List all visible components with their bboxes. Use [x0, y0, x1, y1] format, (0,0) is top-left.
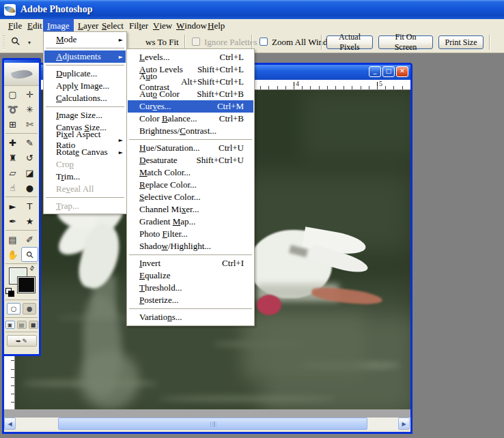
- options-separator: [251, 35, 253, 50]
- menu-item-posterize[interactable]: Posterize...: [128, 294, 253, 306]
- menu-item-apply-image[interactable]: Apply Image...: [44, 80, 126, 92]
- magic-wand-tool[interactable]: ✳: [21, 102, 38, 117]
- zoom-all-windows-checkbox[interactable]: [260, 38, 268, 46]
- crop-tool[interactable]: ⊞: [4, 117, 21, 132]
- eyedropper-tool[interactable]: ✐: [21, 232, 38, 247]
- fullscreen-mode-button[interactable]: ■: [29, 321, 38, 329]
- menu-item-image-size[interactable]: Image Size...: [44, 109, 126, 121]
- menu-item-photo-filter[interactable]: Photo Filter...: [128, 228, 253, 240]
- menu-item-threshold[interactable]: Threshold...: [128, 282, 253, 294]
- menu-item-color-balance[interactable]: Color Balance...Ctrl+B: [128, 113, 253, 125]
- lasso-tool[interactable]: ➰: [4, 102, 21, 117]
- brush-tool[interactable]: ✎: [21, 135, 38, 150]
- smudge-tool[interactable]: ☝: [4, 180, 21, 195]
- fullscreen-menubar-mode-button[interactable]: ▤: [17, 321, 27, 329]
- menu-item-desaturate[interactable]: DesaturateShift+Ctrl+U: [128, 154, 253, 166]
- menu-item-auto-color[interactable]: Auto ColorShift+Ctrl+B: [128, 88, 253, 100]
- menu-item-duplicate[interactable]: Duplicate...: [44, 68, 126, 80]
- hand-tool[interactable]: ✋: [4, 247, 21, 262]
- menu-item-label: Trim...: [56, 171, 80, 182]
- menu-item-crop[interactable]: Crop: [44, 158, 126, 171]
- menu-item-hue-saturation[interactable]: Hue/Saturation...Ctrl+U: [128, 142, 253, 154]
- menu-item-shortcut: Ctrl+L: [213, 52, 244, 63]
- custom-shape-tool[interactable]: ★: [21, 214, 38, 229]
- rectangular-marquee-tool[interactable]: ▢: [4, 87, 21, 102]
- options-bar-grip[interactable]: [3, 35, 5, 50]
- menu-item-label: Threshold...: [139, 282, 182, 293]
- move-tool[interactable]: ✛: [21, 87, 38, 102]
- menu-item-shadow-highlight[interactable]: Shadow/Highlight...: [128, 240, 253, 252]
- maximize-icon[interactable]: □: [382, 66, 395, 77]
- resize-windows-to-fit-label[interactable]: ws To Fit: [145, 37, 179, 48]
- menubar-item-image[interactable]: Image: [43, 19, 74, 32]
- minimize-icon[interactable]: _: [369, 66, 381, 77]
- menu-item-selective-color[interactable]: Selective Color...: [128, 191, 253, 203]
- dodge-tool[interactable]: ●: [21, 180, 38, 195]
- quick-mask-mode-button[interactable]: ●: [23, 303, 36, 315]
- menu-item-label: Gradient Map...: [139, 216, 195, 227]
- menu-separator: [46, 106, 124, 107]
- toolbox-divider: [5, 133, 38, 134]
- menu-item-equalize[interactable]: Equalize: [128, 269, 253, 282]
- menu-item-label: Invert: [139, 258, 160, 269]
- menu-item-pixel-aspect-ratio[interactable]: Pixel Aspect Ratio►: [44, 134, 126, 146]
- default-colors-icon[interactable]: [5, 288, 14, 296]
- menu-item-gradient-map[interactable]: Gradient Map...: [128, 216, 253, 228]
- scroll-right-icon[interactable]: ▶: [398, 418, 410, 430]
- healing-brush-tool[interactable]: ✚: [4, 135, 21, 150]
- menu-item-levels[interactable]: Levels...Ctrl+L: [128, 51, 253, 63]
- ignore-palettes-label: Ignore Palettes: [204, 37, 257, 48]
- menu-item-invert[interactable]: InvertCtrl+I: [128, 257, 253, 269]
- ignore-palettes-checkbox[interactable]: [192, 38, 200, 46]
- zoom-tool[interactable]: ⚲: [21, 247, 38, 262]
- menubar-item-help[interactable]: Help: [204, 19, 229, 32]
- menu-item-trap[interactable]: Trap...: [44, 200, 126, 212]
- menu-item-variations[interactable]: Variations...: [128, 311, 253, 323]
- scroll-left-icon[interactable]: ◀: [4, 418, 16, 430]
- menu-item-channel-mixer[interactable]: Channel Mixer...: [128, 203, 253, 216]
- menu-item-reveal-all[interactable]: Reveal All: [44, 183, 126, 195]
- type-tool[interactable]: T: [21, 199, 38, 214]
- slice-icon: ✄: [26, 120, 33, 129]
- toolbox-divider: [5, 332, 38, 332]
- fit-on-screen-button[interactable]: Fit On Screen: [378, 35, 433, 49]
- menu-item-label: Match Color...: [139, 167, 191, 178]
- edit-in-imageready-button[interactable]: ➥ ✎: [7, 335, 37, 347]
- standard-screen-mode-button[interactable]: ▣: [5, 321, 15, 329]
- clone-stamp-tool[interactable]: ♜: [4, 150, 21, 165]
- toolbox-divider: [5, 300, 38, 300]
- standard-mode-button[interactable]: ○: [7, 303, 20, 315]
- menu-item-auto-contrast[interactable]: Auto ContrastAlt+Shift+Ctrl+L: [128, 76, 253, 88]
- app-titlebar[interactable]: Adobe Photoshop: [0, 0, 504, 19]
- options-separator: [321, 35, 322, 50]
- menu-item-rotate-canvas[interactable]: Rotate Canvas►: [44, 146, 126, 158]
- pen-tool[interactable]: ✒: [4, 214, 21, 229]
- menu-item-adjustments[interactable]: Adjustments►: [44, 50, 126, 63]
- menu-item-label: Auto Color: [139, 89, 180, 100]
- tool-preset-caret-icon[interactable]: ▾: [28, 40, 31, 46]
- horizontal-scrollbar[interactable]: ◀ ▶: [4, 418, 410, 430]
- eraser-tool[interactable]: ▱: [4, 165, 21, 180]
- menu-item-mode[interactable]: Mode►: [44, 33, 126, 46]
- type-icon: T: [27, 202, 33, 211]
- gradient-paint-bucket-tool[interactable]: ◪: [21, 165, 38, 180]
- slice-tool[interactable]: ✄: [21, 117, 38, 132]
- swap-colors-icon[interactable]: ⇄: [28, 264, 36, 272]
- menu-item-trim[interactable]: Trim...: [44, 171, 126, 183]
- notes-tool[interactable]: ▤: [4, 232, 21, 247]
- menubar-item-select[interactable]: Select: [98, 19, 128, 32]
- menu-item-curves[interactable]: Curves...Ctrl+M: [128, 100, 253, 113]
- print-size-button[interactable]: Print Size: [438, 35, 484, 49]
- menu-item-calculations[interactable]: Calculations...: [44, 92, 126, 104]
- imageready-feather-icon: ✎: [23, 338, 28, 345]
- menu-item-match-color[interactable]: Match Color...: [128, 166, 253, 179]
- background-color-swatch[interactable]: [17, 276, 36, 293]
- scrollbar-thumb[interactable]: [58, 418, 367, 430]
- menu-item-replace-color[interactable]: Replace Color...: [128, 179, 253, 191]
- close-icon[interactable]: ✕: [396, 66, 408, 77]
- history-brush-tool[interactable]: ↺: [21, 150, 38, 165]
- rectangular-marquee-icon: ▢: [8, 90, 16, 99]
- path-selection-tool[interactable]: ►: [4, 199, 21, 214]
- menu-item-brightness-contrast[interactable]: Brightness/Contrast...: [128, 125, 253, 137]
- actual-pixels-button[interactable]: Actual Pixels: [326, 35, 373, 49]
